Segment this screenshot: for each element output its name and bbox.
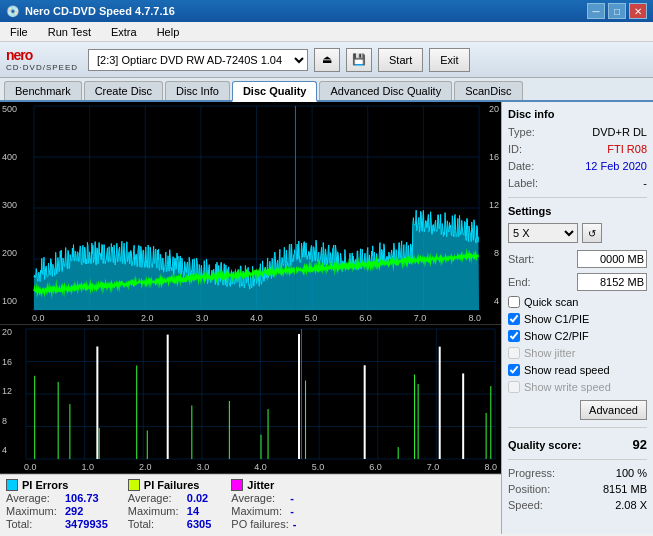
- app-icon: 💿: [6, 5, 20, 18]
- start-mb-input[interactable]: [577, 250, 647, 268]
- jitter-max-row: Maximum: -: [231, 505, 296, 517]
- show-c1-pie-checkbox[interactable]: [508, 313, 520, 325]
- show-write-speed-row: Show write speed: [508, 381, 647, 393]
- chart-panel: 500 400 300 200 100 20 16 12 8 4 0.01.02…: [0, 102, 501, 534]
- show-c2-pif-label: Show C2/PIF: [524, 330, 589, 342]
- pi-errors-max-row: Maximum: 292: [6, 505, 108, 517]
- quality-score-label: Quality score:: [508, 439, 581, 451]
- settings-title: Settings: [508, 205, 647, 217]
- show-c2-pif-checkbox[interactable]: [508, 330, 520, 342]
- jitter-header: Jitter: [231, 479, 296, 491]
- pi-failures-avg-value: 0.02: [187, 492, 208, 504]
- save-button[interactable]: 💾: [346, 48, 372, 72]
- end-mb-row: End:: [508, 273, 647, 291]
- end-mb-input[interactable]: [577, 273, 647, 291]
- start-mb-label: Start:: [508, 253, 534, 265]
- speed-label: Speed:: [508, 499, 543, 511]
- logo: nero CD·DVD/SPEED: [6, 47, 78, 72]
- tab-disc-info[interactable]: Disc Info: [165, 81, 230, 100]
- jitter-max-label: Maximum:: [231, 505, 286, 517]
- tab-create-disc[interactable]: Create Disc: [84, 81, 163, 100]
- disc-id-row: ID: FTI R08: [508, 143, 647, 155]
- jitter-avg-value: -: [290, 492, 294, 504]
- top-chart-y-labels-right: 20 16 12 8 4: [481, 102, 501, 308]
- bottom-chart-canvas: [0, 325, 501, 473]
- menu-run-test[interactable]: Run Test: [42, 24, 97, 40]
- top-chart-x-labels: 0.01.02.03.04.05.06.07.08.0: [32, 313, 481, 323]
- eject-button[interactable]: ⏏: [314, 48, 340, 72]
- show-read-speed-row: Show read speed: [508, 364, 647, 376]
- quick-scan-checkbox[interactable]: [508, 296, 520, 308]
- jitter-stats: Jitter Average: - Maximum: - PO failures…: [231, 479, 296, 530]
- jitter-max-value: -: [290, 505, 294, 517]
- bottom-chart: 20 16 12 8 4 0.01.02.03.04.05.06.07.08.0: [0, 325, 501, 474]
- pi-errors-total-row: Total: 3479935: [6, 518, 108, 530]
- top-chart-canvas: [0, 102, 501, 324]
- position-row: Position: 8151 MB: [508, 483, 647, 495]
- start-button[interactable]: Start: [378, 48, 423, 72]
- toolbar: nero CD·DVD/SPEED [2:3] Optiarc DVD RW A…: [0, 42, 653, 78]
- divider-3: [508, 459, 647, 460]
- show-write-speed-checkbox[interactable]: [508, 381, 520, 393]
- nero-logo: nero: [6, 47, 32, 63]
- top-chart: 500 400 300 200 100 20 16 12 8 4 0.01.02…: [0, 102, 501, 325]
- show-read-speed-checkbox[interactable]: [508, 364, 520, 376]
- disc-label-label: Label:: [508, 177, 538, 189]
- speed-row: Speed: 2.08 X: [508, 499, 647, 511]
- tab-advanced-disc-quality[interactable]: Advanced Disc Quality: [319, 81, 452, 100]
- speed-value: 2.08 X: [615, 499, 647, 511]
- pi-errors-total-label: Total:: [6, 518, 61, 530]
- pi-failures-max-row: Maximum: 14: [128, 505, 211, 517]
- tab-disc-quality[interactable]: Disc Quality: [232, 81, 318, 102]
- disc-type-row: Type: DVD+R DL: [508, 126, 647, 138]
- menu-file[interactable]: File: [4, 24, 34, 40]
- end-mb-label: End:: [508, 276, 531, 288]
- maximize-button[interactable]: □: [608, 3, 626, 19]
- exit-button[interactable]: Exit: [429, 48, 469, 72]
- pi-errors-stats: PI Errors Average: 106.73 Maximum: 292 T…: [6, 479, 108, 530]
- quality-score-row: Quality score: 92: [508, 437, 647, 452]
- menu-help[interactable]: Help: [151, 24, 186, 40]
- title-bar: 💿 Nero CD-DVD Speed 4.7.7.16 ─ □ ✕: [0, 0, 653, 22]
- pi-failures-header: PI Failures: [128, 479, 211, 491]
- refresh-button[interactable]: ↺: [582, 223, 602, 243]
- top-chart-y-labels-left: 500 400 300 200 100: [0, 102, 32, 308]
- tab-benchmark[interactable]: Benchmark: [4, 81, 82, 100]
- pi-failures-avg-row: Average: 0.02: [128, 492, 211, 504]
- disc-id-value: FTI R08: [607, 143, 647, 155]
- tab-scan-disc[interactable]: ScanDisc: [454, 81, 522, 100]
- progress-row: Progress: 100 %: [508, 467, 647, 479]
- drive-select[interactable]: [2:3] Optiarc DVD RW AD-7240S 1.04: [88, 49, 308, 71]
- disc-id-label: ID:: [508, 143, 522, 155]
- pi-errors-avg-row: Average: 106.73: [6, 492, 108, 504]
- pi-failures-total-row: Total: 6305: [128, 518, 211, 530]
- speed-setting-row: 5 X ↺: [508, 223, 647, 243]
- jitter-avg-label: Average:: [231, 492, 286, 504]
- minimize-button[interactable]: ─: [587, 3, 605, 19]
- tab-bar: Benchmark Create Disc Disc Info Disc Qua…: [0, 78, 653, 102]
- close-button[interactable]: ✕: [629, 3, 647, 19]
- speed-select[interactable]: 5 X: [508, 223, 578, 243]
- menu-extra[interactable]: Extra: [105, 24, 143, 40]
- stats-bar: PI Errors Average: 106.73 Maximum: 292 T…: [0, 474, 501, 534]
- show-write-speed-label: Show write speed: [524, 381, 611, 393]
- jitter-label: Jitter: [247, 479, 274, 491]
- pi-failures-color: [128, 479, 140, 491]
- quick-scan-label: Quick scan: [524, 296, 578, 308]
- pi-failures-max-value: 14: [187, 505, 199, 517]
- jitter-avg-row: Average: -: [231, 492, 296, 504]
- advanced-button[interactable]: Advanced: [580, 400, 647, 420]
- divider-1: [508, 197, 647, 198]
- show-jitter-label: Show jitter: [524, 347, 575, 359]
- pi-failures-label: PI Failures: [144, 479, 200, 491]
- disc-date-value: 12 Feb 2020: [585, 160, 647, 172]
- pi-errors-max-value: 292: [65, 505, 83, 517]
- window-controls[interactable]: ─ □ ✕: [587, 3, 647, 19]
- progress-label: Progress:: [508, 467, 555, 479]
- show-jitter-row: Show jitter: [508, 347, 647, 359]
- jitter-color: [231, 479, 243, 491]
- disc-date-row: Date: 12 Feb 2020: [508, 160, 647, 172]
- pi-failures-avg-label: Average:: [128, 492, 183, 504]
- pi-errors-avg-label: Average:: [6, 492, 61, 504]
- show-jitter-checkbox[interactable]: [508, 347, 520, 359]
